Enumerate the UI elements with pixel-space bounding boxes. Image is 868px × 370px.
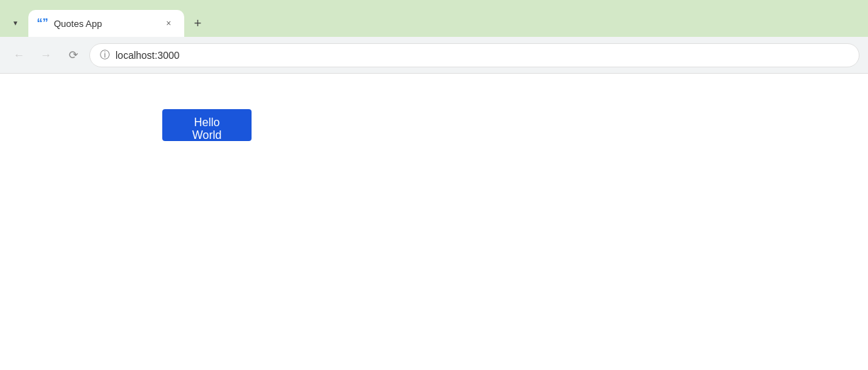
tab-favicon-icon: “”: [37, 17, 48, 30]
active-tab[interactable]: “” Quotes App ×: [28, 10, 184, 37]
dropdown-icon: ▾: [13, 18, 18, 28]
back-icon: ←: [13, 49, 25, 62]
reload-button[interactable]: ⟳: [62, 45, 84, 66]
back-button[interactable]: ←: [9, 45, 30, 66]
tab-title: Quotes App: [54, 18, 156, 29]
tab-bar-left: ▾: [6, 13, 26, 37]
address-input-wrapper[interactable]: ⓘ localhost:3000: [89, 43, 859, 67]
address-text: localhost:3000: [115, 50, 849, 61]
new-tab-button[interactable]: +: [187, 13, 208, 34]
address-bar-area: ← → ⟳ ⓘ localhost:3000: [0, 37, 868, 74]
hello-world-button[interactable]: Hello World: [162, 109, 252, 141]
page-content: Hello World: [0, 74, 868, 370]
forward-icon: →: [40, 49, 52, 62]
tab-dropdown-button[interactable]: ▾: [6, 13, 26, 33]
new-tab-icon: +: [194, 16, 202, 31]
forward-button[interactable]: →: [35, 45, 57, 66]
tab-close-button[interactable]: ×: [162, 16, 176, 30]
reload-icon: ⟳: [69, 48, 78, 62]
info-icon: ⓘ: [100, 49, 110, 62]
close-icon: ×: [166, 18, 171, 28]
tab-bar: ▾ “” Quotes App × +: [0, 0, 868, 37]
browser-window: ▾ “” Quotes App × + ← → ⟳ ⓘ localhost:30…: [0, 0, 868, 370]
